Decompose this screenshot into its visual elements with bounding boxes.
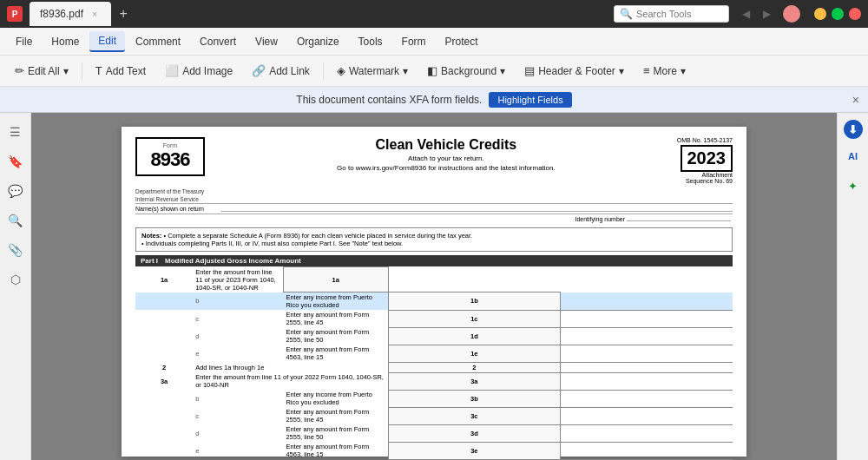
notification-close-icon[interactable]: × <box>852 93 859 107</box>
magic-icon[interactable]: ✦ <box>841 174 865 198</box>
tab-label: f8936.pdf <box>40 8 83 20</box>
new-tab-button[interactable]: + <box>111 2 135 26</box>
watermark-icon: ◈ <box>337 64 345 77</box>
search-input[interactable] <box>636 9 723 19</box>
form-title-area: Clean Vehicle Credits Attach to your tax… <box>215 137 677 172</box>
app-icon: P <box>7 6 23 22</box>
menu-item-edit[interactable]: Edit <box>89 31 125 52</box>
header-icon: ▤ <box>524 64 535 77</box>
highlight-fields-button[interactable]: Highlight Fields <box>489 92 571 108</box>
part1-title: Modified Adjusted Gross Income Amount <box>165 257 301 265</box>
watermark-dropdown-icon: ▾ <box>403 65 408 77</box>
attachment-label: Attachment <box>677 172 733 178</box>
ai-icon[interactable]: AI <box>841 144 865 168</box>
edit-all-button[interactable]: ✏ Edit All ▾ <box>7 60 76 82</box>
right-sidebar: ⬇ AI ✦ <box>837 113 868 460</box>
header-footer-dropdown-icon: ▾ <box>619 65 624 77</box>
menu-item-form[interactable]: Form <box>393 32 435 51</box>
line-1a-text: Enter the amount from line 11 of your 20… <box>193 267 283 292</box>
table-row: 3a Enter the amount from line 11 of your… <box>135 372 733 390</box>
menu-item-organize[interactable]: Organize <box>288 32 348 51</box>
menu-item-home[interactable]: Home <box>43 32 88 51</box>
header-footer-button[interactable]: ▤ Header & Footer ▾ <box>516 60 632 82</box>
note-line-1: • Complete a separate Schedule A (Form 8… <box>163 232 472 240</box>
form-right-area: OMB No. 1545-2137 2023 Attachment Sequen… <box>677 137 733 184</box>
part1-table: 1a Enter the amount from line 11 of your… <box>135 266 733 460</box>
sidebar-icon-attachment[interactable]: 📎 <box>3 238 28 262</box>
pdf-page: Form 8936 Clean Vehicle Credits Attach t… <box>122 127 746 457</box>
background-button[interactable]: ◧ Background ▾ <box>419 60 513 82</box>
sidebar-icon-menu[interactable]: ☰ <box>3 120 28 144</box>
name-label: Name(s) shown on return <box>135 206 204 212</box>
menu-item-file[interactable]: File <box>7 32 41 51</box>
sidebar-icon-layers[interactable]: ⬡ <box>3 267 28 292</box>
more-icon: ≡ <box>643 64 650 77</box>
part1-header: Part I Modified Adjusted Gross Income Am… <box>135 255 733 266</box>
table-row: 2 Add lines 1a through 1e 2 <box>135 362 733 372</box>
table-row: c Enter any amount from Form 2555, line … <box>135 310 733 327</box>
title-bar-right: 🔍 ◀ ▶ <box>614 4 861 23</box>
close-button[interactable] <box>849 8 861 20</box>
watermark-label: Watermark <box>349 65 399 77</box>
text-icon: T <box>95 64 102 77</box>
table-row: c Enter any amount from Form 2555, line … <box>135 407 733 424</box>
add-image-label: Add Image <box>182 65 233 77</box>
form-label: Form <box>144 142 196 148</box>
form-subtitle2: Go to www.irs.gov/Form8936 for instructi… <box>215 164 677 172</box>
download-icon[interactable]: ⬇ <box>844 120 863 139</box>
table-row: e Enter any amount from Form 4563, line … <box>135 442 733 459</box>
omb-number: OMB No. 1545-2137 <box>677 137 733 143</box>
part1-label: Part I <box>141 257 158 265</box>
minimize-button[interactable] <box>814 8 826 20</box>
nav-forward-button[interactable]: ▶ <box>757 4 776 23</box>
tab-close-icon[interactable]: × <box>89 8 101 20</box>
pdf-area[interactable]: Form 8936 Clean Vehicle Credits Attach t… <box>31 113 837 460</box>
add-image-button[interactable]: ⬜ Add Image <box>157 60 240 82</box>
line-1b-text: Enter any income from Puerto Rico you ex… <box>283 292 388 311</box>
form-header: Form 8936 Clean Vehicle Credits Attach t… <box>135 137 733 184</box>
left-sidebar: ☰ 🔖 💬 🔍 📎 ⬡ <box>0 113 31 460</box>
add-text-button[interactable]: T Add Text <box>88 60 154 82</box>
tab-area: f8936.pdf × + <box>30 2 607 26</box>
note-line-2: • Individuals completing Parts II, III, … <box>141 240 403 247</box>
add-link-label: Add Link <box>269 65 310 77</box>
menu-item-convert[interactable]: Convert <box>191 32 245 51</box>
notes-title: Notes: <box>141 232 161 240</box>
form-title: Clean Vehicle Credits <box>215 137 677 153</box>
active-tab[interactable]: f8936.pdf × <box>30 2 111 26</box>
toolbar-divider-1 <box>82 62 82 80</box>
sidebar-icon-comment[interactable]: 💬 <box>3 179 28 203</box>
nav-back-button[interactable]: ◀ <box>736 4 755 23</box>
table-row: b Enter any income from Puerto Rico you … <box>135 292 733 311</box>
id-label: Identifying number <box>575 216 625 222</box>
notification-bar: This document contains XFA form fields. … <box>0 87 868 113</box>
edit-all-label: Edit All <box>28 65 60 77</box>
form-number-box: Form 8936 <box>135 137 205 176</box>
watermark-button[interactable]: ◈ Watermark ▾ <box>329 60 416 82</box>
title-bar-left: P <box>7 6 23 22</box>
sidebar-icon-search[interactable]: 🔍 <box>3 208 28 233</box>
add-text-label: Add Text <box>106 65 146 77</box>
menu-item-tools[interactable]: Tools <box>350 32 391 51</box>
maximize-button[interactable] <box>832 8 844 20</box>
line-1b-sub: b <box>193 292 283 311</box>
menu-item-view[interactable]: View <box>247 32 286 51</box>
edit-all-dropdown-icon: ▾ <box>63 65 69 77</box>
toolbar-divider-2 <box>323 62 324 80</box>
sidebar-icon-bookmark[interactable]: 🔖 <box>3 149 28 174</box>
edit-icon: ✏ <box>15 64 24 77</box>
menu-item-protect[interactable]: Protect <box>437 32 487 51</box>
more-button[interactable]: ≡ More ▾ <box>635 60 694 82</box>
avatar[interactable] <box>783 5 800 23</box>
line-1b-value <box>561 292 733 311</box>
search-box[interactable]: 🔍 <box>614 5 729 23</box>
id-field <box>627 220 731 221</box>
notes-section: Notes: • Complete a separate Schedule A … <box>135 227 733 252</box>
line-1a-value <box>388 267 560 292</box>
background-icon: ◧ <box>427 64 437 77</box>
table-row: e Enter any amount from Form 4563, line … <box>135 345 733 362</box>
main-layout: ☰ 🔖 💬 🔍 📎 ⬡ Form 8936 Clean Vehicle Cred… <box>0 113 868 460</box>
table-row: b Enter any income from Puerto Rico you … <box>135 390 733 407</box>
menu-item-comment[interactable]: Comment <box>127 32 189 51</box>
add-link-button[interactable]: 🔗 Add Link <box>244 60 318 82</box>
